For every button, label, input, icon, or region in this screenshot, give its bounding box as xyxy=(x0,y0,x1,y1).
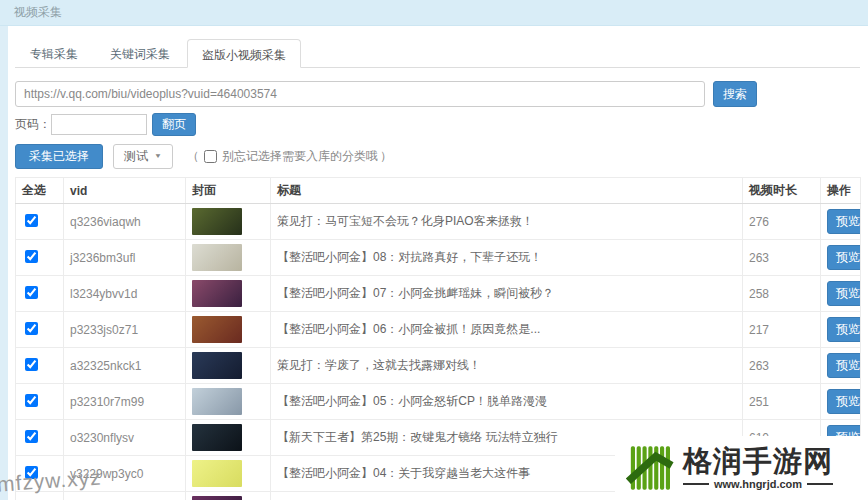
row-checkbox[interactable] xyxy=(25,394,38,407)
table-row: l3234ybvv1d 【整活吧小阿金】07：小阿金挑衅瑶妹，瞬间被秒？ 258… xyxy=(16,276,861,312)
tab-album-collect[interactable]: 专辑采集 xyxy=(15,38,93,67)
dash-right xyxy=(807,483,833,485)
preview-button[interactable]: 预览 xyxy=(827,317,861,342)
row-checkbox[interactable] xyxy=(25,430,38,443)
header-cover: 封面 xyxy=(186,178,271,204)
page-title: 视频采集 xyxy=(14,4,62,21)
category-hint: （ 别忘记选择需要入库的分类哦 ） xyxy=(187,148,392,165)
watermark-site-box: 格润手游网 www.hngrjd.com xyxy=(615,436,868,500)
search-row: 搜索 xyxy=(15,81,860,107)
preview-button[interactable]: 预览 xyxy=(827,209,861,234)
video-title: 【整活吧小阿金】07：小阿金挑衅瑶妹，瞬间被秒？ xyxy=(271,276,743,312)
panel-header: 视频采集 xyxy=(0,0,868,26)
site-name: 格润手游网 xyxy=(683,446,833,476)
cover-thumbnail[interactable] xyxy=(192,496,242,500)
row-checkbox[interactable] xyxy=(25,286,38,299)
video-title: 策见打：学废了，这就去找露娜对线！ xyxy=(271,348,743,384)
hint-checkbox[interactable] xyxy=(204,150,217,163)
table-row: p32310r7m99 【整活吧小阿金】05：小阿金怒斩CP！脱单路漫漫 251… xyxy=(16,384,861,420)
tab-keyword-collect[interactable]: 关键词采集 xyxy=(95,38,185,67)
search-button[interactable]: 搜索 xyxy=(713,81,757,107)
cover-thumbnail[interactable] xyxy=(192,388,242,415)
watermark-text-block: 格润手游网 www.hngrjd.com xyxy=(683,446,833,490)
table-header-row: 全选 vid 封面 标题 视频时长 操作 xyxy=(16,178,861,204)
page-left-strip xyxy=(0,26,8,500)
vid-value: o3230nflysv xyxy=(64,420,186,456)
cover-thumbnail[interactable] xyxy=(192,208,242,235)
header-select-all[interactable]: 全选 xyxy=(16,178,64,204)
preview-button[interactable]: 预览 xyxy=(827,389,861,414)
hint-open-paren: （ xyxy=(187,148,199,165)
row-checkbox[interactable] xyxy=(25,214,38,227)
header-vid: vid xyxy=(64,178,186,204)
page-number-input[interactable] xyxy=(51,114,147,135)
preview-button[interactable]: 预览 xyxy=(827,245,861,270)
cover-thumbnail[interactable] xyxy=(192,316,242,343)
video-duration: 263 xyxy=(743,348,821,384)
flip-page-button[interactable]: 翻页 xyxy=(152,113,196,136)
vid-value: p32310r7m99 xyxy=(64,384,186,420)
vid-value: p3233js0z71 xyxy=(64,312,186,348)
video-title: 【整活吧小阿金】05：小阿金怒斩CP！脱单路漫漫 xyxy=(271,384,743,420)
main-content: 专辑采集 关键词采集 盗版小视频采集 搜索 页码： 翻页 采集已选择 测试 ▼ … xyxy=(15,38,860,500)
video-duration: 258 xyxy=(743,276,821,312)
category-dropdown[interactable]: 测试 ▼ xyxy=(113,144,173,169)
cover-thumbnail[interactable] xyxy=(192,280,242,307)
video-duration: 217 xyxy=(743,312,821,348)
cover-thumbnail[interactable] xyxy=(192,244,242,271)
vid-value: a32325nkck1 xyxy=(64,348,186,384)
cover-thumbnail[interactable] xyxy=(192,460,242,487)
tab-pirate-video-collect[interactable]: 盗版小视频采集 xyxy=(187,39,301,68)
row-checkbox[interactable] xyxy=(25,250,38,263)
table-row: q3236viaqwh 策见打：马可宝短不会玩？化身PIAO客来拯救！ 276 … xyxy=(16,204,861,240)
hint-text: 别忘记选择需要入库的分类哦 xyxy=(222,148,378,165)
video-duration: 251 xyxy=(743,384,821,420)
site-url-row: www.hngrjd.com xyxy=(683,478,833,490)
category-dropdown-label: 测试 xyxy=(124,148,148,165)
vid-value: l3234ybvv1d xyxy=(64,276,186,312)
table-row: a32325nkck1 策见打：学废了，这就去找露娜对线！ 263 预览 xyxy=(16,348,861,384)
table-row: p3233js0z71 【整活吧小阿金】06：小阿金被抓！原因竟然是... 21… xyxy=(16,312,861,348)
preview-button[interactable]: 预览 xyxy=(827,353,861,378)
header-duration: 视频时长 xyxy=(743,178,821,204)
site-logo-icon xyxy=(625,439,675,497)
chevron-down-icon: ▼ xyxy=(154,153,162,160)
dash-left xyxy=(683,483,709,485)
tab-bar: 专辑采集 关键词采集 盗版小视频采集 xyxy=(15,38,860,68)
vid-value: j3236bm3ufl xyxy=(64,240,186,276)
video-title: 策见打：马可宝短不会玩？化身PIAO客来拯救！ xyxy=(271,204,743,240)
vid-value: p3229j2foxw xyxy=(64,492,186,500)
preview-button[interactable]: 预览 xyxy=(827,281,861,306)
video-duration: 263 xyxy=(743,240,821,276)
header-operation: 操作 xyxy=(821,178,861,204)
video-title: 【整活吧小阿金】06：小阿金被抓！原因竟然是... xyxy=(271,312,743,348)
table-row: j3236bm3ufl 【整活吧小阿金】08：对抗路真好，下辈子还玩！ 263 … xyxy=(16,240,861,276)
row-checkbox[interactable] xyxy=(25,358,38,371)
pager-row: 页码： 翻页 xyxy=(15,113,860,136)
vid-value: q3236viaqwh xyxy=(64,204,186,240)
cover-thumbnail[interactable] xyxy=(192,424,242,451)
cover-thumbnail[interactable] xyxy=(192,352,242,379)
header-title: 标题 xyxy=(271,178,743,204)
collect-selected-button[interactable]: 采集已选择 xyxy=(15,144,103,169)
row-checkbox[interactable] xyxy=(25,322,38,335)
url-input[interactable] xyxy=(15,81,705,107)
page-number-label: 页码： xyxy=(15,116,51,133)
video-duration: 276 xyxy=(743,204,821,240)
site-url: www.hngrjd.com xyxy=(714,478,802,490)
hint-close-paren: ） xyxy=(380,148,392,165)
actions-row: 采集已选择 测试 ▼ （ 别忘记选择需要入库的分类哦 ） xyxy=(15,144,860,169)
video-title: 【整活吧小阿金】08：对抗路真好，下辈子还玩！ xyxy=(271,240,743,276)
